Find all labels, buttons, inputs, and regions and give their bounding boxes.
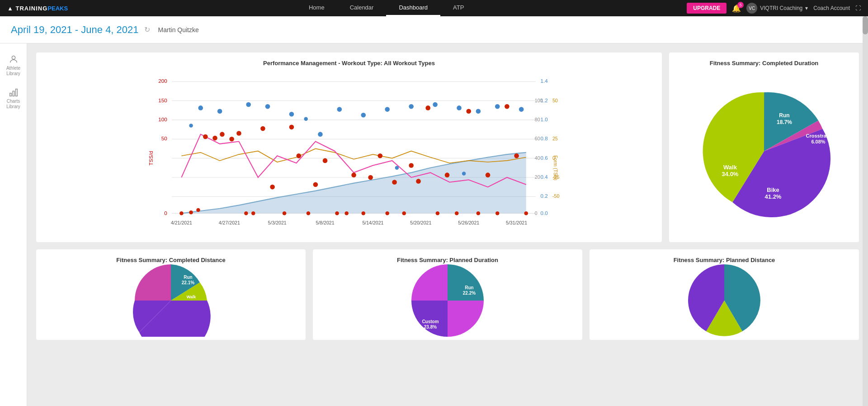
nav-dashboard[interactable]: Dashboard: [386, 0, 440, 16]
upgrade-button[interactable]: UPGRADE: [687, 3, 726, 14]
svg-point-86: [476, 211, 480, 215]
svg-point-59: [236, 131, 241, 136]
svg-point-51: [462, 172, 466, 175]
svg-point-49: [304, 117, 307, 121]
svg-point-75: [378, 153, 383, 158]
scrollbar-track[interactable]: [863, 16, 868, 406]
svg-text:41.2%: 41.2%: [765, 193, 782, 200]
svg-point-67: [307, 211, 310, 215]
nav-home[interactable]: Home: [296, 0, 337, 16]
svg-text:Run: Run: [184, 275, 192, 280]
svg-point-84: [455, 211, 458, 215]
svg-text:-50: -50: [552, 193, 559, 199]
fitness-duration-pie-container: Run 18.7% Crosstrain 6.08% Bike 41.2% Wa…: [676, 72, 852, 226]
svg-point-76: [385, 211, 389, 215]
svg-text:5/31/2021: 5/31/2021: [506, 220, 527, 225]
svg-point-64: [283, 211, 286, 215]
fitness-duration-title: Fitness Summary: Completed Duration: [676, 60, 852, 67]
fitness-distance-title: Fitness Summary: Completed Distance: [43, 257, 298, 263]
sidebar-label-athlete: Athlete Library: [2, 66, 25, 76]
notification-bell[interactable]: 🔔 5: [732, 4, 741, 13]
svg-text:Walk: Walk: [187, 295, 197, 299]
svg-text:60: 60: [535, 136, 540, 141]
fitness-duration-pie-svg: Run 18.7% Crosstrain 6.08% Bike 41.2% Wa…: [683, 76, 845, 221]
top-charts-grid: Performance Management - Workout Type: A…: [36, 53, 859, 242]
svg-point-40: [361, 113, 366, 118]
coach-info[interactable]: VC VIQTRI Coaching ▾: [746, 3, 808, 14]
svg-rect-2: [13, 91, 14, 96]
svg-point-65: [289, 124, 294, 129]
svg-text:34.0%: 34.0%: [722, 171, 739, 177]
svg-point-52: [179, 211, 183, 215]
svg-text:100: 100: [158, 116, 167, 122]
svg-point-85: [466, 109, 471, 114]
svg-point-81: [425, 105, 430, 110]
svg-text:0.8: 0.8: [541, 135, 548, 141]
sidebar-label-charts: Charts Library: [2, 99, 25, 110]
dropdown-icon: ▾: [805, 5, 808, 11]
svg-text:5/8/2021: 5/8/2021: [316, 220, 334, 225]
svg-point-89: [505, 104, 509, 109]
performance-management-card: Performance Management - Workout Type: A…: [36, 53, 662, 242]
svg-point-60: [244, 211, 248, 215]
svg-text:0.0: 0.0: [541, 210, 548, 216]
svg-text:0.2: 0.2: [541, 193, 548, 199]
svg-point-44: [457, 105, 462, 110]
svg-text:22.2%: 22.2%: [463, 291, 476, 296]
svg-text:23.8%: 23.8%: [424, 325, 437, 330]
main-nav: Home Calendar Dashboard ATP: [86, 0, 687, 16]
svg-point-46: [495, 104, 500, 109]
svg-text:Crosstrain: Crosstrain: [806, 133, 830, 139]
svg-point-54: [196, 208, 200, 212]
svg-text:4/27/2021: 4/27/2021: [219, 220, 240, 225]
svg-point-83: [445, 172, 450, 177]
svg-point-50: [395, 166, 399, 170]
fitness-planned-duration-title: Fitness Summary: Planned Duration: [320, 257, 575, 263]
svg-point-33: [198, 105, 203, 110]
svg-text:22.1%: 22.1%: [182, 280, 194, 285]
main-header: ▲ TRAININGPEAKS Home Calendar Dashboard …: [0, 0, 868, 16]
svg-text:50: 50: [552, 98, 558, 103]
svg-point-74: [368, 175, 373, 180]
svg-text:200: 200: [158, 78, 167, 84]
svg-text:Run: Run: [779, 112, 789, 119]
fitness-distance-pie-svg: Run 22.1% Walk: [126, 264, 216, 337]
svg-text:Walk: Walk: [723, 164, 737, 171]
svg-point-38: [318, 132, 323, 137]
svg-point-58: [229, 137, 234, 142]
avatar: VC: [746, 3, 757, 14]
coach-org-label: VIQTRI Coaching: [760, 5, 802, 11]
svg-text:5/3/2021: 5/3/2021: [268, 220, 287, 225]
svg-point-90: [514, 153, 519, 158]
date-range: April 19, 2021 - June 4, 2021: [11, 24, 139, 36]
svg-text:80: 80: [535, 117, 540, 122]
svg-text:50: 50: [161, 135, 167, 141]
coach-account-link[interactable]: Coach Account: [813, 5, 850, 11]
svg-point-57: [220, 132, 225, 137]
svg-point-88: [495, 211, 499, 215]
svg-point-34: [217, 109, 222, 114]
svg-point-36: [265, 104, 270, 109]
svg-text:18.7%: 18.7%: [777, 119, 792, 125]
sidebar-item-athlete-library[interactable]: Athlete Library: [0, 51, 27, 80]
fullscreen-icon[interactable]: ⛶: [855, 5, 861, 11]
logo[interactable]: ▲ TRAININGPEAKS: [7, 5, 68, 12]
svg-point-56: [212, 136, 217, 141]
date-header: April 19, 2021 - June 4, 2021 ↻ Martin Q…: [0, 16, 868, 43]
sidebar-item-charts-library[interactable]: Charts Library: [0, 84, 27, 113]
refresh-icon[interactable]: ↻: [144, 25, 150, 34]
svg-point-77: [392, 180, 397, 185]
svg-point-71: [344, 211, 348, 215]
svg-point-87: [486, 172, 491, 177]
svg-point-70: [335, 211, 339, 215]
fitness-planned-distance-title: Fitness Summary: Planned Distance: [597, 257, 852, 263]
svg-point-47: [519, 107, 524, 112]
nav-calendar[interactable]: Calendar: [337, 0, 387, 16]
scrollbar-thumb[interactable]: [863, 16, 868, 34]
fitness-planned-distance-card: Fitness Summary: Planned Distance: [590, 249, 859, 340]
nav-atp[interactable]: ATP: [440, 0, 476, 16]
svg-point-42: [409, 104, 414, 109]
svg-point-66: [297, 153, 302, 158]
svg-point-41: [385, 107, 390, 112]
svg-point-61: [251, 211, 255, 215]
